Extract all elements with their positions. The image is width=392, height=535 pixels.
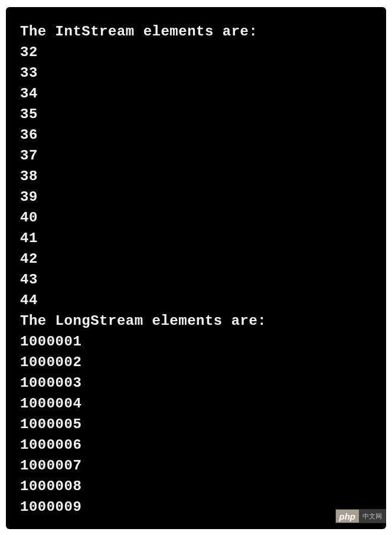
output-value: 38 — [20, 166, 372, 187]
output-value: 35 — [20, 104, 372, 125]
output-value: 32 — [20, 42, 372, 63]
output-value: 44 — [20, 290, 372, 311]
output-value: 1000002 — [20, 352, 372, 373]
output-value: 36 — [20, 125, 372, 145]
output-value: 39 — [20, 187, 372, 207]
output-value: 34 — [20, 83, 372, 104]
output-value: 1000009 — [20, 497, 372, 517]
longstream-header: The LongStream elements are: — [20, 311, 372, 331]
output-value: 1000006 — [20, 435, 372, 455]
output-value: 43 — [20, 269, 372, 290]
output-value: 1000008 — [20, 476, 372, 497]
terminal-output: The IntStream elements are: 32 33 34 35 … — [6, 7, 386, 529]
output-value: 33 — [20, 63, 372, 83]
watermark-text: 中文网 — [359, 510, 386, 523]
output-value: 1000007 — [20, 455, 372, 476]
watermark-badge: php 中文网 — [335, 509, 387, 523]
output-value: 1000001 — [20, 331, 372, 352]
watermark-logo: php — [336, 510, 360, 523]
intstream-header: The IntStream elements are: — [20, 21, 372, 42]
output-value: 1000003 — [20, 373, 372, 393]
output-value: 41 — [20, 228, 372, 249]
output-value: 37 — [20, 145, 372, 166]
output-value: 40 — [20, 207, 372, 228]
output-value: 42 — [20, 249, 372, 269]
output-value: 1000004 — [20, 393, 372, 414]
output-value: 1000005 — [20, 414, 372, 435]
